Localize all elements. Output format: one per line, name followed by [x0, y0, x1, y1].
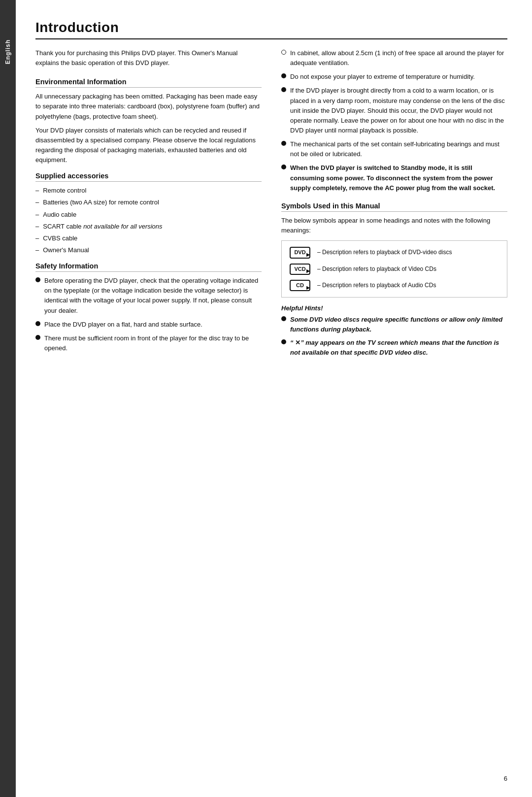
- left-column: Thank you for purchasing this Philips DV…: [35, 48, 262, 361]
- item-text-bold: When the DVD player is switched to Stand…: [290, 163, 507, 193]
- item-text: Audio cable: [43, 210, 76, 220]
- item-text: Place the DVD player on a flat, hard and…: [44, 320, 262, 330]
- vcd-desc: – Description refers to playback of Vide…: [317, 265, 436, 273]
- item-text: In cabinet, allow about 2.5cm (1 inch) o…: [290, 48, 507, 68]
- hint-item: Some DVD video discs require specific fu…: [281, 315, 507, 334]
- item-text: SCART cable not available for all versio…: [43, 222, 162, 232]
- bullet-icon: [281, 141, 286, 146]
- page-title: Introduction: [35, 20, 507, 35]
- bullet-hollow-icon: [281, 50, 286, 55]
- page-wrapper: English Introduction Thank you for purch…: [0, 0, 532, 797]
- environmental-heading: Environmental Information: [35, 78, 262, 88]
- main-content: Introduction Thank you for purchasing th…: [16, 0, 532, 797]
- list-item: –Owner's Manual: [35, 245, 262, 255]
- bullet-icon: [281, 165, 286, 169]
- item-text: There must be sufficient room in front o…: [44, 333, 262, 353]
- list-item: There must be sufficient room in front o…: [35, 333, 262, 353]
- list-item: Do not expose your player to extreme of …: [281, 72, 507, 82]
- x-mark: ✕: [295, 339, 300, 346]
- helpful-hints-title: Helpful Hints!: [281, 304, 507, 312]
- symbol-row-cd: CD▶ – Description refers to playback of …: [290, 280, 499, 291]
- bullet-icon: [35, 277, 40, 282]
- hint-text: “ ✕” may appears on the TV screen which …: [290, 338, 507, 357]
- dash-icon: –: [35, 233, 39, 243]
- supplied-body: –Remote control –Batteries (two AA size)…: [35, 186, 262, 255]
- item-text: If the DVD player is brought directly fr…: [290, 86, 507, 135]
- language-label: English: [4, 39, 11, 64]
- list-item: –Audio cable: [35, 210, 262, 220]
- dvd-badge: DVD▶: [290, 247, 310, 258]
- list-item: The mechanical parts of the set contain …: [281, 139, 507, 159]
- symbols-box: DVD▶ – Description refers to playback of…: [281, 240, 507, 298]
- list-item: If the DVD player is brought directly fr…: [281, 86, 507, 135]
- symbol-row-dvd: DVD▶ – Description refers to playback of…: [290, 247, 499, 258]
- supplied-section: Supplied accessories –Remote control –Ba…: [35, 172, 262, 255]
- dash-icon: –: [35, 222, 39, 232]
- list-item: Before operating the DVD player, check t…: [35, 276, 262, 316]
- sidebar: English: [0, 0, 16, 797]
- bullet-icon: [281, 316, 286, 321]
- dash-icon: –: [35, 186, 39, 196]
- hints-list: Some DVD video discs require specific fu…: [281, 315, 507, 357]
- dash-icon: –: [35, 245, 39, 255]
- list-item: When the DVD player is switched to Stand…: [281, 163, 507, 193]
- vcd-badge: VCD▶: [290, 264, 310, 275]
- safety-list: Before operating the DVD player, check t…: [35, 276, 262, 353]
- title-divider: [35, 38, 507, 39]
- arrow-icon: ▶: [306, 285, 310, 291]
- bullet-icon: [281, 339, 286, 344]
- environmental-section: Environmental Information All unnecessar…: [35, 78, 262, 165]
- right-column: In cabinet, allow about 2.5cm (1 inch) o…: [281, 48, 507, 361]
- two-column-layout: Thank you for purchasing this Philips DV…: [35, 48, 507, 361]
- item-text: Owner's Manual: [43, 245, 89, 255]
- bullet-icon: [281, 73, 286, 78]
- safety-section: Safety Information Before operating the …: [35, 262, 262, 353]
- arrow-icon: ▶: [306, 268, 310, 274]
- hint-text: Some DVD video discs require specific fu…: [290, 315, 507, 334]
- list-item: –Batteries (two AA size) for remote cont…: [35, 198, 262, 207]
- safety-heading: Safety Information: [35, 262, 262, 272]
- list-item: –SCART cable not available for all versi…: [35, 222, 262, 232]
- safety-body: Before operating the DVD player, check t…: [35, 276, 262, 353]
- bullet-icon: [35, 321, 40, 326]
- safety-continued-section: In cabinet, allow about 2.5cm (1 inch) o…: [281, 48, 507, 193]
- symbols-intro: The below symbols appear in some heading…: [281, 216, 507, 235]
- item-text: Do not expose your player to extreme of …: [290, 72, 507, 82]
- symbol-row-vcd: VCD▶ – Description refers to playback of…: [290, 264, 499, 275]
- item-text: Batteries (two AA size) for remote contr…: [43, 198, 159, 207]
- bullet-icon: [35, 335, 40, 340]
- supplied-heading: Supplied accessories: [35, 172, 262, 182]
- list-item: In cabinet, allow about 2.5cm (1 inch) o…: [281, 48, 507, 68]
- arrow-icon: ▶: [306, 252, 310, 258]
- page-number: 6: [504, 775, 507, 782]
- symbols-section: Symbols Used in this Manual The below sy…: [281, 202, 507, 357]
- list-item: Place the DVD player on a flat, hard and…: [35, 320, 262, 330]
- helpful-hints-section: Helpful Hints! Some DVD video discs requ…: [281, 304, 507, 357]
- safety-right-list: In cabinet, allow about 2.5cm (1 inch) o…: [281, 48, 507, 193]
- list-item: –CVBS cable: [35, 233, 262, 243]
- cd-desc: – Description refers to playback of Audi…: [317, 281, 436, 290]
- item-text: CVBS cable: [43, 233, 77, 243]
- cd-badge: CD▶: [290, 280, 310, 291]
- list-item: –Remote control: [35, 186, 262, 196]
- environmental-para1: All unnecessary packaging has been omitt…: [35, 92, 262, 121]
- environmental-body: All unnecessary packaging has been omitt…: [35, 92, 262, 165]
- bullet-icon: [281, 87, 286, 92]
- symbols-heading: Symbols Used in this Manual: [281, 202, 507, 212]
- hint-item: “ ✕” may appears on the TV screen which …: [281, 338, 507, 357]
- supplied-list: –Remote control –Batteries (two AA size)…: [35, 186, 262, 255]
- item-text: The mechanical parts of the set contain …: [290, 139, 507, 159]
- environmental-para2: Your DVD player consists of materials wh…: [35, 126, 262, 166]
- dvd-desc: – Description refers to playback of DVD-…: [317, 248, 452, 257]
- item-text: Remote control: [43, 186, 86, 196]
- intro-paragraph: Thank you for purchasing this Philips DV…: [35, 48, 262, 68]
- dash-icon: –: [35, 198, 39, 207]
- item-text: Before operating the DVD player, check t…: [44, 276, 262, 316]
- dash-icon: –: [35, 210, 39, 220]
- italic-note: not available for all versions: [83, 223, 162, 230]
